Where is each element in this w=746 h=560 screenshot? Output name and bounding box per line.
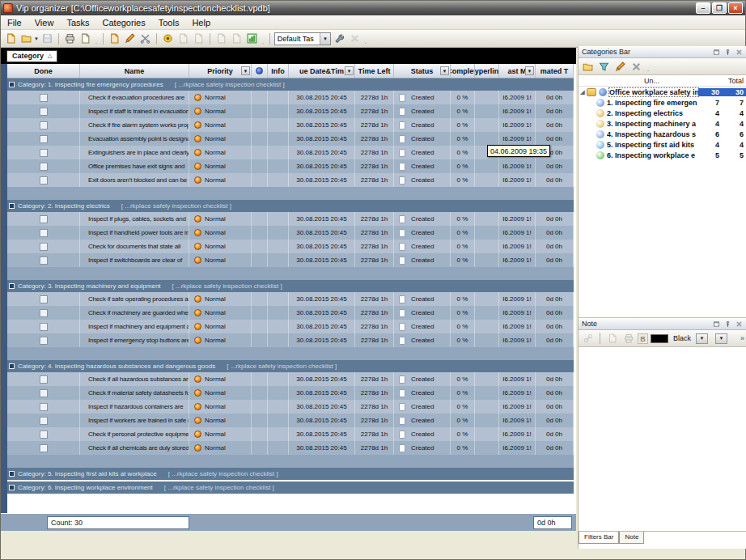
indent-button[interactable] <box>214 32 228 45</box>
column-filter-dropdown-icon[interactable]: ▼ <box>345 66 354 75</box>
done-checkbox[interactable] <box>40 135 48 143</box>
tab-note[interactable]: Note <box>619 532 644 544</box>
panel-pin-icon[interactable] <box>723 320 732 328</box>
done-checkbox[interactable] <box>40 375 48 384</box>
category-row[interactable]: Category: 3. Inspecting machinery and eq… <box>7 280 574 292</box>
category-expand-icon[interactable] <box>9 471 15 477</box>
task-row[interactable]: Check for documents that state allNormal… <box>7 240 574 253</box>
menu-item-tasks[interactable]: Tasks <box>60 16 95 29</box>
panel-window-icon[interactable] <box>712 320 721 328</box>
task-row[interactable]: Office premises have exit signs andNorma… <box>7 159 574 173</box>
column-total[interactable]: Total <box>719 77 746 85</box>
apply-template-button[interactable] <box>333 32 346 45</box>
complete-task-button[interactable] <box>161 32 175 45</box>
tree-expander-icon[interactable]: ◢ <box>579 89 587 95</box>
done-checkbox[interactable] <box>40 323 48 331</box>
column-filter-dropdown-icon[interactable]: ▼ <box>440 66 449 75</box>
done-checkbox[interactable] <box>40 295 48 303</box>
tree-category-row[interactable]: 2. Inspecting electrics44 <box>579 108 746 118</box>
done-checkbox[interactable] <box>40 163 48 171</box>
category-row[interactable]: Category: 1. Inspecting fire emergency p… <box>7 78 574 91</box>
category-row[interactable]: Category: 6. Inspecting workplace enviro… <box>7 482 574 494</box>
category-expand-icon[interactable] <box>9 485 15 490</box>
column-header-lastm[interactable]: ast M▼ <box>499 64 536 78</box>
category-expand-icon[interactable] <box>9 82 15 87</box>
task-row[interactable]: Inspect if staff is trained in evacuatio… <box>7 104 574 118</box>
menu-item-tools[interactable]: Tools <box>152 16 186 29</box>
column-filter-dropdown-icon[interactable]: ▼ <box>525 66 534 75</box>
column-header-completed[interactable]: Completi <box>451 64 475 78</box>
column-header-estimated[interactable]: mated T <box>536 64 574 78</box>
panel-close-icon[interactable] <box>735 48 744 56</box>
page-setup-button[interactable] <box>78 32 92 45</box>
category-expand-icon[interactable] <box>9 363 15 369</box>
task-row[interactable]: Exit doors aren't blocked and can beNorm… <box>7 173 574 187</box>
tree-category-row[interactable]: 6. Inspecting workplace e55 <box>579 150 746 160</box>
task-row[interactable]: Check if safe operating procedures areNo… <box>7 292 574 306</box>
column-header-priority[interactable]: Priority▼ <box>189 64 252 78</box>
menu-item-categories[interactable]: Categories <box>96 16 152 29</box>
category-row[interactable]: Category: 4. Inspecting hazardous substa… <box>7 360 574 372</box>
done-checkbox[interactable] <box>40 121 48 129</box>
category-expand-icon[interactable] <box>9 283 15 289</box>
done-checkbox[interactable] <box>40 108 48 116</box>
done-checkbox[interactable] <box>40 417 48 425</box>
move-up-button[interactable] <box>176 32 190 45</box>
title-bar[interactable]: Vip organizer [C:\Officeworkplacesafetyi… <box>1 1 745 15</box>
done-checkbox[interactable] <box>40 149 48 157</box>
done-checkbox[interactable] <box>40 215 48 223</box>
tab-filters-bar[interactable]: Filters Bar <box>579 532 619 544</box>
task-row[interactable]: Check if personal protective equipment i… <box>7 427 574 441</box>
new-task-button[interactable] <box>108 32 121 45</box>
toolbar-overflow-dot[interactable]: . <box>365 39 367 47</box>
tree-category-row[interactable]: 1. Inspecting fire emergen77 <box>579 97 746 108</box>
done-checkbox[interactable] <box>40 229 48 237</box>
menu-item-view[interactable]: View <box>28 16 61 29</box>
edit-task-button[interactable] <box>123 32 137 45</box>
column-header-due[interactable]: ue Date&Tim▼ <box>289 64 355 78</box>
task-row[interactable]: Check if all chemicals are duly storedNo… <box>7 441 574 455</box>
delete-task-button[interactable] <box>138 32 152 45</box>
outdent-button[interactable] <box>230 32 244 45</box>
column-header-done[interactable]: Done <box>7 64 80 78</box>
menu-item-help[interactable]: Help <box>185 16 217 29</box>
category-row[interactable]: Category: 5. Inspecting first aid kits a… <box>7 468 574 480</box>
column-header-hyperlink[interactable]: lyperlinl <box>475 64 499 78</box>
task-row[interactable]: Evacuation assembly point is designatedN… <box>7 132 574 146</box>
delete-category-button[interactable] <box>629 60 643 74</box>
toolbar-overflow-dot[interactable]: . <box>95 39 97 47</box>
tree-category-row[interactable]: 4. Inspecting hazardous s66 <box>579 129 746 139</box>
font-size-dropdown[interactable]: ▼ <box>715 333 727 344</box>
task-row[interactable]: Check if material safety datasheets for … <box>7 386 574 400</box>
tree-category-row[interactable]: 3. Inspecting machinery a44 <box>579 118 746 129</box>
dropdown-arrow-icon[interactable]: ▼ <box>320 33 330 45</box>
column-header-timeleft[interactable]: Time Left <box>355 64 394 78</box>
task-row[interactable]: Inspect if workers are trained in safe u… <box>7 414 574 427</box>
task-row[interactable]: Inspect if switchboards are clear ofNorm… <box>7 253 574 267</box>
done-checkbox[interactable] <box>40 176 48 185</box>
note-insert-icon[interactable] <box>605 332 619 346</box>
panel-window-icon[interactable] <box>712 48 721 56</box>
done-checkbox[interactable] <box>40 257 48 265</box>
panel-pin-icon[interactable] <box>723 48 732 56</box>
save-button[interactable] <box>40 32 54 45</box>
task-row[interactable]: Inspect if machinery and equipment areNo… <box>7 320 574 333</box>
task-row[interactable]: Inspect if emergency stop buttons are in… <box>7 333 574 347</box>
report-chart-button[interactable] <box>245 32 259 45</box>
done-checkbox[interactable] <box>40 337 48 345</box>
print-button[interactable] <box>63 32 77 45</box>
menu-item-file[interactable]: File <box>1 16 28 29</box>
panel-close-icon[interactable] <box>735 320 744 328</box>
task-row[interactable]: Inspect if hazardous containers areNorma… <box>7 400 574 414</box>
note-link-icon[interactable] <box>581 332 595 346</box>
task-row[interactable]: Check if machinery are guarded whereNorm… <box>7 306 574 320</box>
task-row[interactable]: Check if all hazardous substances andNor… <box>7 372 574 386</box>
column-header-status[interactable]: Status▼ <box>394 64 451 78</box>
column-unassigned[interactable]: Un... <box>635 77 663 85</box>
new-category-button[interactable] <box>581 60 595 74</box>
restore-button[interactable]: ❐ <box>712 2 727 14</box>
group-by-category-button[interactable]: Category △ <box>6 50 57 62</box>
filter-category-button[interactable] <box>597 60 611 74</box>
done-checkbox[interactable] <box>40 431 48 439</box>
done-checkbox[interactable] <box>40 389 48 397</box>
